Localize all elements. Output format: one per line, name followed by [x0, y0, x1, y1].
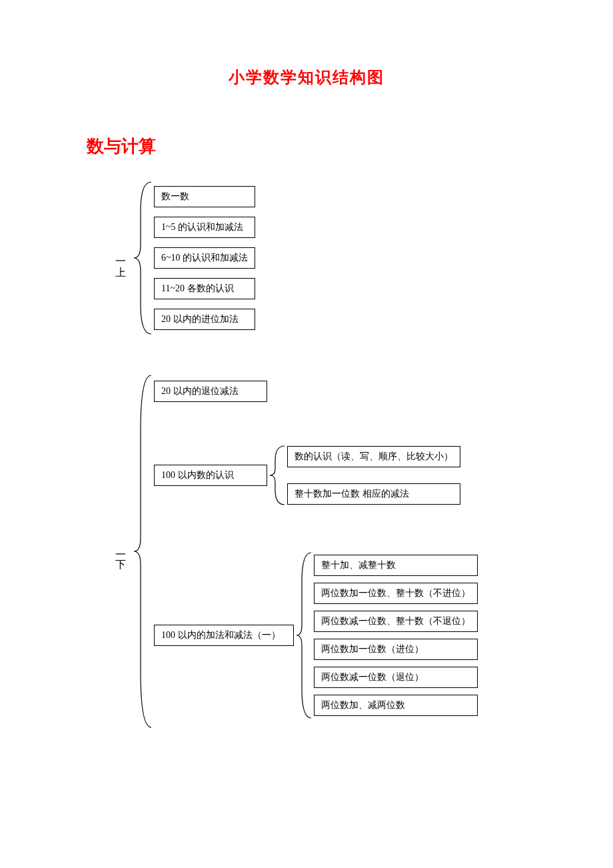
topic-box: 20 以内的退位减法: [154, 381, 267, 402]
topic-box: 100 以内数的认识: [154, 465, 267, 486]
group-label: 一上: [113, 255, 127, 261]
topic-row: 100 以内数的认识 数的认识（读、写、顺序、比较大小） 整十数加一位数 相应的…: [154, 442, 478, 509]
subtopic-box: 数的认识（读、写、顺序、比较大小）: [287, 446, 460, 467]
section-heading: 数与计算: [87, 135, 573, 158]
group-grade1-sem1: 一上 数一数 1~5 的认识和加减法 6~10 的认识和加减法 11~20 各数…: [113, 178, 573, 338]
topic-row: 100 以内的加法和减法（一） 整十加、减整十数 两位数加一位数、整十数（不进位…: [154, 549, 478, 722]
page-title: 小学数学知识结构图: [40, 67, 573, 88]
group-grade1-sem2: 一下 20 以内的退位减法 100 以内数的认识 数的认识（读、写、顺序、比较大…: [113, 371, 573, 731]
page: 小学数学知识结构图 数与计算 一上 数一数 1~5 的认识和加减法 6~10 的…: [0, 0, 613, 805]
group-label: 一下: [113, 549, 127, 554]
brace-icon: [131, 178, 154, 338]
topic-box: 数一数: [154, 186, 255, 207]
subtopic-box: 两位数减一位数、整十数（不退位）: [314, 611, 478, 632]
brace-icon: [294, 549, 314, 722]
topic-box: 20 以内的进位加法: [154, 309, 255, 330]
subtopic-box: 两位数加一位数、整十数（不进位）: [314, 583, 478, 604]
item-list: 数一数 1~5 的认识和加减法 6~10 的认识和加减法 11~20 各数的认识…: [154, 186, 255, 330]
topic-box: 6~10 的认识和加减法: [154, 247, 255, 269]
topic-box: 1~5 的认识和加减法: [154, 217, 255, 238]
subtopic-list: 整十加、减整十数 两位数加一位数、整十数（不进位） 两位数减一位数、整十数（不退…: [314, 555, 478, 716]
subtopic-box: 整十加、减整十数: [314, 555, 478, 576]
subtopic-box: 两位数加一位数（进位）: [314, 639, 478, 660]
subtopic-box: 整十数加一位数 相应的减法: [287, 483, 460, 505]
subtopic-list: 数的认识（读、写、顺序、比较大小） 整十数加一位数 相应的减法: [287, 446, 460, 505]
topic-box: 100 以内的加法和减法（一）: [154, 625, 294, 646]
item-list: 20 以内的退位减法 100 以内数的认识 数的认识（读、写、顺序、比较大小） …: [154, 381, 478, 722]
subtopic-box: 两位数加、减两位数: [314, 695, 478, 716]
topic-box: 11~20 各数的认识: [154, 278, 255, 299]
brace-icon: [267, 442, 287, 509]
brace-icon: [131, 371, 154, 731]
subtopic-box: 两位数减一位数（退位）: [314, 667, 478, 688]
